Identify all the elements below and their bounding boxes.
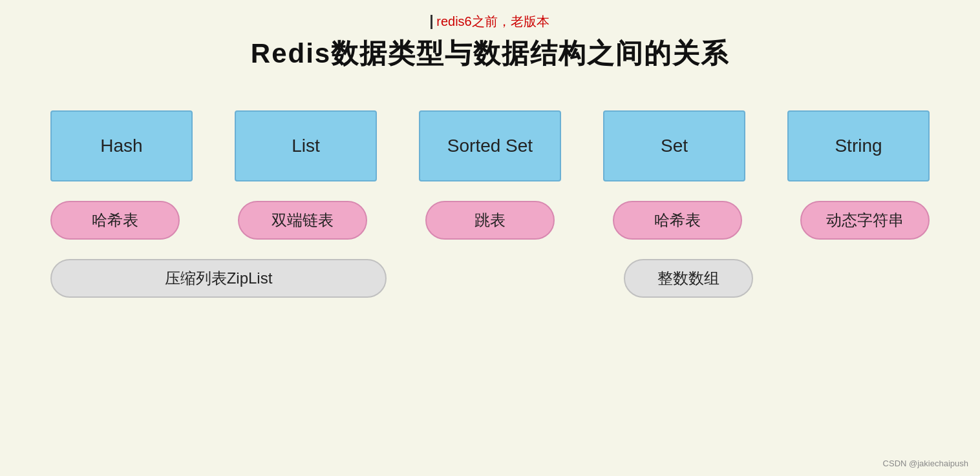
ziplist-pill: 压缩列表ZipList [50,259,387,298]
struct-pill-dynamic-string: 动态字符串 [800,201,930,240]
intset-pill: 整数数组 [624,259,753,298]
type-row: Hash List Sorted Set Set String [37,110,943,181]
diagram: Hash List Sorted Set Set String 哈希表 双端链表 [37,110,943,298]
main-title: Redis数据类型与数据结构之间的关系 [251,36,729,72]
bar-decoration [431,15,432,29]
bottom-row: 压缩列表ZipList 整数数组 [37,259,943,298]
watermark: CSDN @jakiechaipush [883,459,968,468]
main-container: redis6之前，老版本 Redis数据类型与数据结构之间的关系 Hash Li… [0,0,980,476]
subtitle-bar: redis6之前，老版本 [431,13,549,30]
type-box-string: String [787,110,930,181]
struct-row: 哈希表 双端链表 跳表 哈希表 动态字符串 [37,201,943,240]
struct-pill-hash-table: 哈希表 [50,201,180,240]
subtitle-text: redis6之前，老版本 [436,13,549,30]
type-box-list: List [235,110,377,181]
struct-pill-skiplist: 跳表 [425,201,555,240]
struct-pill-deque: 双端链表 [238,201,367,240]
type-box-hash: Hash [50,110,193,181]
struct-pill-hashtable-set: 哈希表 [613,201,742,240]
type-box-sorted-set: Sorted Set [419,110,561,181]
bottom-left-group: 压缩列表ZipList [50,259,412,298]
type-box-set: Set [603,110,745,181]
